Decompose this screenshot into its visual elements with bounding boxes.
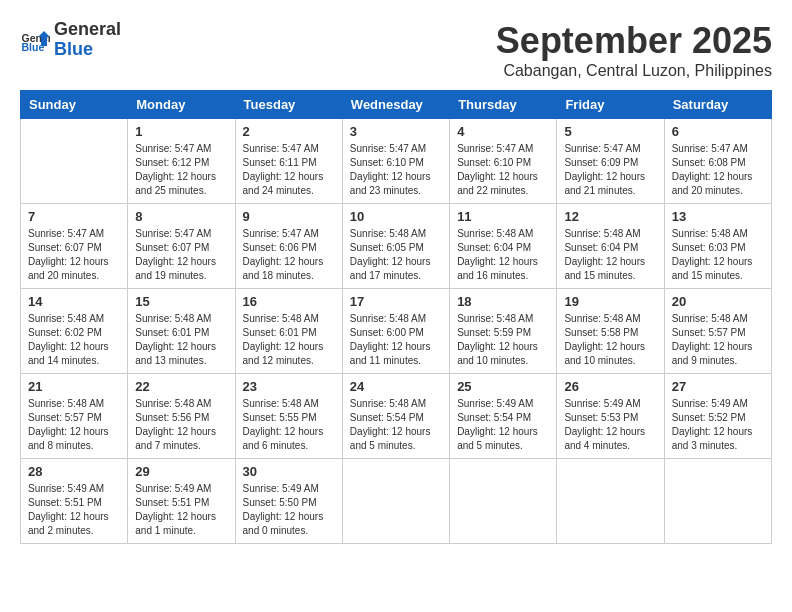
calendar-cell: 13Sunrise: 5:48 AM Sunset: 6:03 PM Dayli…: [664, 204, 771, 289]
calendar-cell: 1Sunrise: 5:47 AM Sunset: 6:12 PM Daylig…: [128, 119, 235, 204]
day-number: 9: [243, 209, 335, 224]
calendar-cell: 25Sunrise: 5:49 AM Sunset: 5:54 PM Dayli…: [450, 374, 557, 459]
day-content: Sunrise: 5:49 AM Sunset: 5:52 PM Dayligh…: [672, 397, 764, 453]
day-content: Sunrise: 5:49 AM Sunset: 5:53 PM Dayligh…: [564, 397, 656, 453]
calendar-cell: 29Sunrise: 5:49 AM Sunset: 5:51 PM Dayli…: [128, 459, 235, 544]
day-number: 22: [135, 379, 227, 394]
calendar-cell: 3Sunrise: 5:47 AM Sunset: 6:10 PM Daylig…: [342, 119, 449, 204]
day-content: Sunrise: 5:47 AM Sunset: 6:10 PM Dayligh…: [457, 142, 549, 198]
day-content: Sunrise: 5:49 AM Sunset: 5:51 PM Dayligh…: [135, 482, 227, 538]
svg-text:Blue: Blue: [22, 40, 45, 52]
day-number: 30: [243, 464, 335, 479]
weekday-header-wednesday: Wednesday: [342, 91, 449, 119]
day-number: 20: [672, 294, 764, 309]
day-number: 4: [457, 124, 549, 139]
day-number: 24: [350, 379, 442, 394]
calendar-cell: 4Sunrise: 5:47 AM Sunset: 6:10 PM Daylig…: [450, 119, 557, 204]
day-number: 8: [135, 209, 227, 224]
calendar-week-3: 14Sunrise: 5:48 AM Sunset: 6:02 PM Dayli…: [21, 289, 772, 374]
weekday-header-row: SundayMondayTuesdayWednesdayThursdayFrid…: [21, 91, 772, 119]
day-number: 5: [564, 124, 656, 139]
day-number: 15: [135, 294, 227, 309]
day-number: 17: [350, 294, 442, 309]
calendar-cell: [21, 119, 128, 204]
weekday-header-monday: Monday: [128, 91, 235, 119]
day-content: Sunrise: 5:48 AM Sunset: 5:57 PM Dayligh…: [28, 397, 120, 453]
day-content: Sunrise: 5:48 AM Sunset: 6:01 PM Dayligh…: [135, 312, 227, 368]
calendar-cell: 10Sunrise: 5:48 AM Sunset: 6:05 PM Dayli…: [342, 204, 449, 289]
day-content: Sunrise: 5:48 AM Sunset: 5:57 PM Dayligh…: [672, 312, 764, 368]
weekday-header-tuesday: Tuesday: [235, 91, 342, 119]
day-content: Sunrise: 5:47 AM Sunset: 6:06 PM Dayligh…: [243, 227, 335, 283]
day-content: Sunrise: 5:47 AM Sunset: 6:07 PM Dayligh…: [28, 227, 120, 283]
calendar-cell: 19Sunrise: 5:48 AM Sunset: 5:58 PM Dayli…: [557, 289, 664, 374]
title-area: September 2025 Cabangan, Central Luzon, …: [496, 20, 772, 80]
day-number: 19: [564, 294, 656, 309]
calendar-week-2: 7Sunrise: 5:47 AM Sunset: 6:07 PM Daylig…: [21, 204, 772, 289]
calendar-cell: 18Sunrise: 5:48 AM Sunset: 5:59 PM Dayli…: [450, 289, 557, 374]
day-number: 26: [564, 379, 656, 394]
day-number: 23: [243, 379, 335, 394]
calendar-table: SundayMondayTuesdayWednesdayThursdayFrid…: [20, 90, 772, 544]
calendar-week-4: 21Sunrise: 5:48 AM Sunset: 5:57 PM Dayli…: [21, 374, 772, 459]
day-number: 29: [135, 464, 227, 479]
day-content: Sunrise: 5:48 AM Sunset: 6:00 PM Dayligh…: [350, 312, 442, 368]
day-number: 11: [457, 209, 549, 224]
day-content: Sunrise: 5:48 AM Sunset: 5:59 PM Dayligh…: [457, 312, 549, 368]
calendar-cell: 6Sunrise: 5:47 AM Sunset: 6:08 PM Daylig…: [664, 119, 771, 204]
day-content: Sunrise: 5:48 AM Sunset: 5:56 PM Dayligh…: [135, 397, 227, 453]
day-number: 14: [28, 294, 120, 309]
calendar-cell: 27Sunrise: 5:49 AM Sunset: 5:52 PM Dayli…: [664, 374, 771, 459]
day-content: Sunrise: 5:48 AM Sunset: 6:04 PM Dayligh…: [564, 227, 656, 283]
calendar-cell: 24Sunrise: 5:48 AM Sunset: 5:54 PM Dayli…: [342, 374, 449, 459]
day-content: Sunrise: 5:49 AM Sunset: 5:50 PM Dayligh…: [243, 482, 335, 538]
day-number: 13: [672, 209, 764, 224]
calendar-cell: 12Sunrise: 5:48 AM Sunset: 6:04 PM Dayli…: [557, 204, 664, 289]
day-content: Sunrise: 5:48 AM Sunset: 6:03 PM Dayligh…: [672, 227, 764, 283]
day-number: 25: [457, 379, 549, 394]
calendar-cell: 23Sunrise: 5:48 AM Sunset: 5:55 PM Dayli…: [235, 374, 342, 459]
page-header: General Blue General Blue September 2025…: [20, 20, 772, 80]
calendar-week-1: 1Sunrise: 5:47 AM Sunset: 6:12 PM Daylig…: [21, 119, 772, 204]
day-number: 6: [672, 124, 764, 139]
day-content: Sunrise: 5:48 AM Sunset: 5:54 PM Dayligh…: [350, 397, 442, 453]
day-content: Sunrise: 5:49 AM Sunset: 5:54 PM Dayligh…: [457, 397, 549, 453]
day-number: 2: [243, 124, 335, 139]
day-content: Sunrise: 5:48 AM Sunset: 6:02 PM Dayligh…: [28, 312, 120, 368]
calendar-cell: 16Sunrise: 5:48 AM Sunset: 6:01 PM Dayli…: [235, 289, 342, 374]
day-content: Sunrise: 5:47 AM Sunset: 6:12 PM Dayligh…: [135, 142, 227, 198]
calendar-cell: 22Sunrise: 5:48 AM Sunset: 5:56 PM Dayli…: [128, 374, 235, 459]
day-number: 16: [243, 294, 335, 309]
day-number: 28: [28, 464, 120, 479]
logo: General Blue General Blue: [20, 20, 121, 60]
day-number: 3: [350, 124, 442, 139]
day-content: Sunrise: 5:48 AM Sunset: 6:01 PM Dayligh…: [243, 312, 335, 368]
calendar-cell: 15Sunrise: 5:48 AM Sunset: 6:01 PM Dayli…: [128, 289, 235, 374]
calendar-cell: 17Sunrise: 5:48 AM Sunset: 6:00 PM Dayli…: [342, 289, 449, 374]
calendar-cell: 28Sunrise: 5:49 AM Sunset: 5:51 PM Dayli…: [21, 459, 128, 544]
day-number: 21: [28, 379, 120, 394]
day-content: Sunrise: 5:47 AM Sunset: 6:07 PM Dayligh…: [135, 227, 227, 283]
calendar-cell: 7Sunrise: 5:47 AM Sunset: 6:07 PM Daylig…: [21, 204, 128, 289]
calendar-cell: [342, 459, 449, 544]
weekday-header-friday: Friday: [557, 91, 664, 119]
calendar-cell: 14Sunrise: 5:48 AM Sunset: 6:02 PM Dayli…: [21, 289, 128, 374]
calendar-cell: 20Sunrise: 5:48 AM Sunset: 5:57 PM Dayli…: [664, 289, 771, 374]
calendar-cell: 9Sunrise: 5:47 AM Sunset: 6:06 PM Daylig…: [235, 204, 342, 289]
day-number: 18: [457, 294, 549, 309]
day-content: Sunrise: 5:48 AM Sunset: 6:05 PM Dayligh…: [350, 227, 442, 283]
day-number: 7: [28, 209, 120, 224]
day-content: Sunrise: 5:49 AM Sunset: 5:51 PM Dayligh…: [28, 482, 120, 538]
calendar-cell: 30Sunrise: 5:49 AM Sunset: 5:50 PM Dayli…: [235, 459, 342, 544]
day-number: 12: [564, 209, 656, 224]
calendar-cell: [557, 459, 664, 544]
day-number: 27: [672, 379, 764, 394]
calendar-cell: 11Sunrise: 5:48 AM Sunset: 6:04 PM Dayli…: [450, 204, 557, 289]
calendar-cell: 21Sunrise: 5:48 AM Sunset: 5:57 PM Dayli…: [21, 374, 128, 459]
day-content: Sunrise: 5:48 AM Sunset: 5:55 PM Dayligh…: [243, 397, 335, 453]
location-subtitle: Cabangan, Central Luzon, Philippines: [496, 62, 772, 80]
day-content: Sunrise: 5:47 AM Sunset: 6:09 PM Dayligh…: [564, 142, 656, 198]
calendar-week-5: 28Sunrise: 5:49 AM Sunset: 5:51 PM Dayli…: [21, 459, 772, 544]
calendar-cell: 26Sunrise: 5:49 AM Sunset: 5:53 PM Dayli…: [557, 374, 664, 459]
logo-icon: General Blue: [20, 25, 50, 55]
